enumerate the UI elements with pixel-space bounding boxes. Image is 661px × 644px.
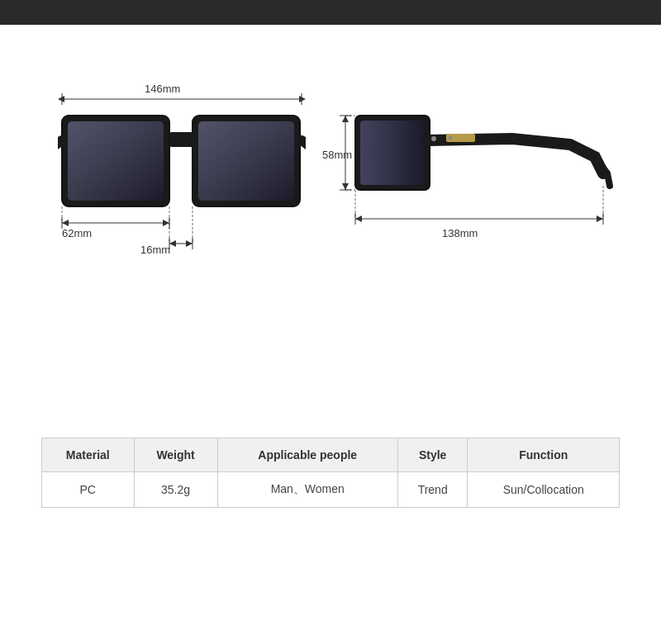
spec-table-wrapper: Material Weight Applicable people Style … bbox=[33, 438, 628, 508]
svg-point-26 bbox=[431, 136, 436, 141]
main-content: 146mm bbox=[0, 25, 661, 508]
front-view: 146mm bbox=[41, 66, 322, 347]
glasses-front-svg bbox=[58, 107, 306, 281]
dim-16mm: 16mm bbox=[140, 244, 170, 256]
svg-marker-2 bbox=[299, 96, 306, 102]
spec-table: Material Weight Applicable people Style … bbox=[41, 438, 620, 508]
svg-marker-29 bbox=[342, 116, 349, 122]
svg-rect-6 bbox=[68, 121, 164, 201]
val-style: Trend bbox=[397, 472, 468, 508]
col-style: Style bbox=[397, 438, 468, 472]
val-applicable-people: Man、Women bbox=[217, 472, 397, 508]
table-data-row: PC 35.2g Man、Women Trend Sun/Collocation bbox=[42, 472, 620, 508]
val-weight: 35.2g bbox=[134, 472, 217, 508]
svg-marker-11 bbox=[62, 220, 69, 226]
svg-marker-1 bbox=[58, 96, 64, 102]
table-header-row: Material Weight Applicable people Style … bbox=[42, 438, 620, 472]
col-function: Function bbox=[468, 438, 620, 472]
dim-138mm: 138mm bbox=[442, 227, 478, 239]
dim-58mm: 58mm bbox=[322, 149, 352, 161]
top-banner bbox=[0, 0, 661, 25]
val-function: Sun/Collocation bbox=[468, 472, 620, 508]
val-material: PC bbox=[42, 472, 135, 508]
dim-146mm: 146mm bbox=[145, 83, 180, 95]
svg-marker-30 bbox=[342, 183, 349, 190]
svg-rect-24 bbox=[360, 121, 425, 185]
glasses-side-svg bbox=[330, 91, 620, 281]
col-material: Material bbox=[42, 438, 135, 472]
col-applicable-people: Applicable people bbox=[217, 438, 397, 472]
side-view: 58mm 138mm bbox=[322, 66, 620, 347]
svg-marker-36 bbox=[355, 215, 362, 222]
svg-marker-16 bbox=[169, 240, 176, 247]
svg-point-27 bbox=[449, 136, 453, 140]
col-weight: Weight bbox=[134, 438, 217, 472]
diagrams-area: 146mm bbox=[33, 50, 628, 429]
dim-62mm: 62mm bbox=[62, 227, 92, 239]
svg-marker-12 bbox=[163, 220, 169, 226]
svg-marker-37 bbox=[597, 215, 603, 222]
svg-rect-8 bbox=[198, 121, 294, 201]
svg-marker-17 bbox=[186, 240, 193, 247]
svg-rect-9 bbox=[169, 132, 194, 147]
